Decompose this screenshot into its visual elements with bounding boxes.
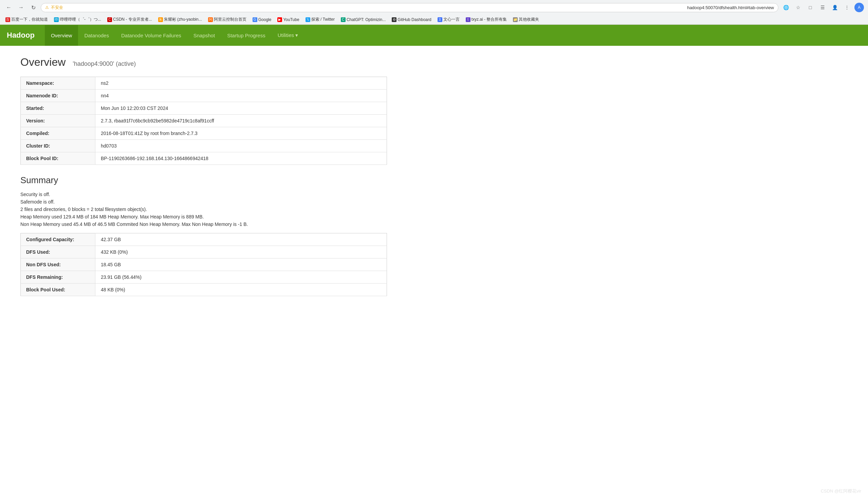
bookmark-item-bilibili[interactable]: 哔哔哩哔哩（゜-゜）つ...	[51, 15, 104, 23]
bookmark-label-github: GitHub Dashboard	[398, 17, 431, 22]
row-label-dfs-remaining: DFS Remaining:	[21, 271, 95, 284]
bookmark-item-twitter[interactable]: 𝕏探索 / Twitter	[303, 15, 337, 23]
nav-snapshot[interactable]: Snapshot	[187, 25, 221, 46]
nav-datanodes[interactable]: Datanodes	[78, 25, 115, 46]
bookmark-item-github[interactable]: ⚙GitHub Dashboard	[389, 16, 434, 23]
summary-section: Summary Security is off. Safemode is off…	[20, 175, 387, 296]
row-value-started: Mon Jun 10 12:20:03 CST 2024	[95, 102, 387, 115]
bookmark-favicon-wenxin: 文	[438, 17, 442, 22]
bookmark-label-zhu: 朱耀彬 (zhu-yaobin...	[164, 17, 202, 22]
table-row: Block Pool Used: 48 KB (0%)	[21, 284, 387, 296]
bookmark-label-twitter: 探索 / Twitter	[311, 17, 335, 22]
bookmark-label-chatgpt: ChatGPT: Optimizin...	[347, 17, 386, 22]
table-row: Namenode ID: nn4	[21, 89, 387, 102]
bookmark-favicon-txyz: t	[466, 17, 470, 22]
bookmark-favicon-twitter: 𝕏	[305, 17, 310, 22]
bookmark-item-txyz[interactable]: ttxyz.ai - 整合所有集	[463, 15, 510, 23]
row-label-version: Version:	[21, 115, 95, 127]
table-row: Configured Capacity: 42.37 GB	[21, 233, 387, 246]
table-row: Version: 2.7.3, rbaa91f7c6bc9cb92be5982d…	[21, 115, 387, 127]
main-content: Overview 'hadoop4:9000' (active) Namespa…	[0, 46, 407, 317]
overview-subtitle: 'hadoop4:9000' (active)	[73, 60, 136, 67]
security-icon: ⚠	[45, 5, 49, 10]
row-label-block-pool-used: Block Pool Used:	[21, 284, 95, 296]
nav-utilities[interactable]: Utilities	[272, 25, 304, 45]
bookmark-item-csdn[interactable]: CCSDN - 专业开发者...	[105, 15, 155, 23]
bookmarks-bar: 百百度一下，你就知道哔哔哩哔哩（゜-゜）つ...CCSDN - 专业开发者...…	[0, 15, 868, 24]
nav-overview[interactable]: Overview	[45, 25, 79, 46]
bookmark-favicon-youtube: ▶	[277, 17, 282, 22]
reload-button[interactable]: ↻	[29, 3, 38, 12]
row-label-started: Started:	[21, 102, 95, 115]
table-row: Block Pool ID: BP-1190263686-192.168.164…	[21, 152, 387, 165]
security-label: 不安全	[51, 5, 684, 11]
hadoop-brand: Hadoop	[7, 25, 41, 46]
summary-safemode: Safemode is off.	[20, 199, 387, 204]
forward-button[interactable]: →	[16, 3, 26, 12]
browser-chrome: ← → ↻ ⚠ 不安全 hadoop4:50070/dfshealth.html…	[0, 0, 868, 25]
bookmark-favicon-csdn: C	[107, 17, 112, 22]
bookmarks-btn[interactable]: ☰	[818, 3, 827, 12]
capacity-table: Configured Capacity: 42.37 GB DFS Used: …	[20, 233, 387, 296]
bookmark-favicon-github: ⚙	[392, 17, 397, 22]
row-value-dfs-used: 432 KB (0%)	[95, 246, 387, 258]
bookmark-favicon-chatgpt: C	[341, 17, 346, 22]
overview-heading: Overview 'hadoop4:9000' (active)	[20, 56, 387, 68]
row-label-block-pool-id: Block Pool ID:	[21, 152, 95, 165]
bookmark-label-aliyun: 阿里云控制台首页	[214, 17, 247, 22]
bookmark-item-chatgpt[interactable]: CChatGPT: Optimizin...	[338, 16, 388, 23]
avatar-button[interactable]: A	[855, 3, 864, 12]
row-value-compiled: 2016-08-18T01:41Z by root from branch-2.…	[95, 127, 387, 140]
bookmark-item-wenxin[interactable]: 文文心一言	[435, 15, 462, 23]
nav-utilities-dropdown[interactable]: Utilities	[272, 32, 304, 38]
bookmark-favicon-baidu: 百	[6, 17, 10, 22]
bookmark-label-google: Google	[258, 17, 272, 22]
table-row: Namespace: ns2	[21, 77, 387, 89]
bookmark-favicon-aliyun: 阿	[208, 17, 213, 22]
bookmark-item-google[interactable]: GGoogle	[250, 16, 274, 23]
translate-button[interactable]: 🌐	[781, 3, 791, 12]
bookmark-item-aliyun[interactable]: 阿阿里云控制台首页	[205, 15, 249, 23]
nav-startup-progress[interactable]: Startup Progress	[221, 25, 272, 46]
address-bar[interactable]: ⚠ 不安全 hadoop4:50070/dfshealth.html#tab-o…	[41, 3, 778, 12]
bookmark-button[interactable]: ☆	[793, 3, 803, 12]
table-row: Compiled: 2016-08-18T01:41Z by root from…	[21, 127, 387, 140]
browser-toolbar: ← → ↻ ⚠ 不安全 hadoop4:50070/dfshealth.html…	[0, 0, 868, 15]
row-label-compiled: Compiled:	[21, 127, 95, 140]
bookmark-favicon-zhu: 朱	[158, 17, 163, 22]
table-row: DFS Used: 432 KB (0%)	[21, 246, 387, 258]
profile-button[interactable]: 👤	[830, 3, 839, 12]
row-label-dfs-used: DFS Used:	[21, 246, 95, 258]
overview-title: Overview	[20, 56, 65, 68]
bookmark-item-zhu[interactable]: 朱朱耀彬 (zhu-yaobin...	[156, 15, 205, 23]
bookmark-item-baidu[interactable]: 百百度一下，你就知道	[3, 15, 51, 23]
bookmark-label-other: 其他收藏夹	[519, 17, 539, 22]
menu-button[interactable]: ⋮	[842, 3, 852, 12]
row-label-configured-capacity: Configured Capacity:	[21, 233, 95, 246]
table-row: Cluster ID: hd0703	[21, 140, 387, 152]
nav-datanode-volume[interactable]: Datanode Volume Failures	[115, 25, 187, 46]
row-value-block-pool-used: 48 KB (0%)	[95, 284, 387, 296]
summary-non-heap: Non Heap Memory used 45.4 MB of 46.5 MB …	[20, 222, 387, 227]
row-value-cluster-id: hd0703	[95, 140, 387, 152]
bookmark-favicon-other: 📁	[513, 17, 518, 22]
split-view-button[interactable]: □	[806, 3, 815, 12]
summary-heading: Summary	[20, 175, 387, 185]
url-text: hadoop4:50070/dfshealth.html#tab-overvie…	[687, 5, 774, 10]
bookmark-item-other[interactable]: 📁其他收藏夹	[510, 15, 542, 23]
row-value-namespace: ns2	[95, 77, 387, 89]
bookmark-label-wenxin: 文心一言	[443, 17, 460, 22]
row-value-configured-capacity: 42.37 GB	[95, 233, 387, 246]
hadoop-nav: Hadoop Overview Datanodes Datanode Volum…	[0, 25, 868, 46]
table-row: Non DFS Used: 18.45 GB	[21, 258, 387, 271]
row-label-cluster-id: Cluster ID:	[21, 140, 95, 152]
row-label-namenode-id: Namenode ID:	[21, 89, 95, 102]
bookmark-label-baidu: 百度一下，你就知道	[11, 17, 48, 22]
overview-section: Overview 'hadoop4:9000' (active) Namespa…	[20, 56, 387, 165]
row-value-namenode-id: nn4	[95, 89, 387, 102]
table-row: DFS Remaining: 23.91 GB (56.44%)	[21, 271, 387, 284]
back-button[interactable]: ←	[4, 3, 13, 12]
summary-files: 2 files and directories, 0 blocks = 2 to…	[20, 206, 387, 212]
bookmark-item-youtube[interactable]: ▶YouTube	[275, 16, 302, 23]
bookmark-favicon-bilibili: 哔	[54, 17, 59, 22]
